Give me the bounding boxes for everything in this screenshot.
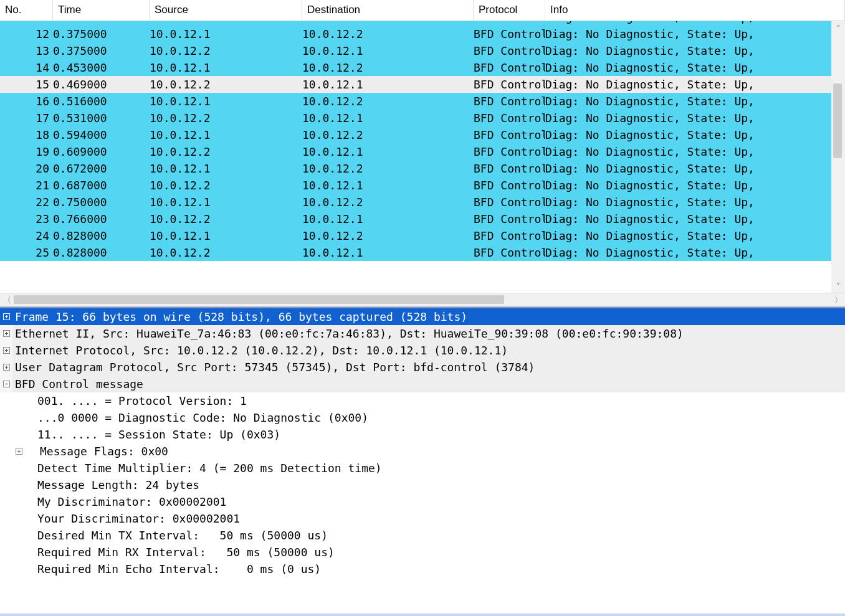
cell-source: 10.0.12.2 — [150, 76, 302, 93]
cell-no: 18 — [0, 126, 53, 143]
packet-row[interactable]: 160.51600010.0.12.110.0.12.2BFD Control … — [0, 93, 845, 110]
status-bar-edge — [0, 614, 845, 616]
cell-source: 10.0.12.2 — [150, 211, 302, 227]
cell-time: 0.516000 — [53, 93, 150, 110]
packet-row[interactable]: 240.82800010.0.12.110.0.12.2BFD Control … — [0, 227, 845, 244]
tree-udp[interactable]: User Datagram Protocol, Src Port: 57345 … — [0, 359, 845, 376]
col-header-time[interactable]: Time — [53, 0, 150, 21]
expand-icon[interactable] — [0, 359, 12, 376]
collapse-icon[interactable] — [0, 376, 12, 392]
packet-row[interactable]: 140.45300010.0.12.110.0.12.2BFD Control … — [0, 59, 845, 76]
tree-bfd-diagnostic[interactable]: ...0 0000 = Diagnostic Code: No Diagnost… — [0, 409, 845, 426]
tree-frame[interactable]: Frame 15: 66 bytes on wire (528 bits), 6… — [0, 308, 845, 325]
cell-no: 20 — [0, 160, 53, 177]
tree-bfd-version[interactable]: 001. .... = Protocol Version: 1 — [0, 392, 845, 409]
cell-protocol: BFD Control — [474, 227, 545, 244]
tree-bfd-length[interactable]: Message Length: 24 bytes — [0, 476, 845, 493]
tree-ethernet[interactable]: Ethernet II, Src: HuaweiTe_7a:46:83 (00:… — [0, 325, 845, 342]
col-header-protocol[interactable]: Protocol — [474, 0, 545, 21]
packet-row[interactable]: 230.76600010.0.12.210.0.12.1BFD Control … — [0, 211, 845, 227]
cell-source: 10.0.12.2 — [150, 244, 302, 261]
packet-row[interactable]: 150.46900010.0.12.210.0.12.1BFD Control … — [0, 76, 845, 93]
vscroll-thumb[interactable] — [833, 83, 842, 158]
cell-time: 0.375000 — [53, 42, 150, 59]
packet-row[interactable]: 120.37500010.0.12.110.0.12.2BFD Control … — [0, 26, 845, 42]
tree-bfd-diagnostic-label: ...0 0000 = Diagnostic Code: No Diagnost… — [12, 409, 368, 426]
cell-info: Diag: No Diagnostic, State: Up, — [545, 160, 845, 177]
packet-row[interactable]: 110.31200010.0.12.210.0.12.1BFD Control … — [0, 21, 845, 26]
packet-list-vscrollbar[interactable]: ˄ ˅ — [831, 21, 845, 293]
packet-row[interactable]: 190.60900010.0.12.210.0.12.1BFD Control … — [0, 143, 845, 160]
cell-protocol: BFD Control — [474, 244, 545, 261]
cell-no: 23 — [0, 211, 53, 227]
cell-no: 22 — [0, 194, 53, 211]
packet-row[interactable]: 180.59400010.0.12.110.0.12.2BFD Control … — [0, 126, 845, 143]
cell-source: 10.0.12.1 — [150, 126, 302, 143]
cell-destination: 10.0.12.2 — [302, 26, 474, 42]
col-header-info[interactable]: Info — [545, 0, 845, 21]
cell-info: Diag: No Diagnostic, State: Up, — [545, 211, 845, 227]
tree-bfd-state[interactable]: 11.. .... = Session State: Up (0x03) — [0, 426, 845, 443]
expand-icon[interactable] — [0, 308, 12, 325]
scroll-down-icon[interactable]: ˅ — [831, 279, 845, 293]
tree-bfd-your-disc[interactable]: Your Discriminator: 0x00002001 — [0, 510, 845, 527]
packet-row[interactable]: 220.75000010.0.12.110.0.12.2BFD Control … — [0, 194, 845, 211]
tree-bfd[interactable]: BFD Control message — [0, 376, 845, 392]
cell-destination: 10.0.12.2 — [302, 126, 474, 143]
cell-time: 0.672000 — [53, 160, 150, 177]
tree-ip[interactable]: Internet Protocol, Src: 10.0.12.2 (10.0.… — [0, 342, 845, 359]
cell-info: Diag: No Diagnostic, State: Up, — [545, 93, 845, 110]
packet-row[interactable]: 170.53100010.0.12.210.0.12.1BFD Control … — [0, 110, 845, 126]
tree-bfd-my-disc[interactable]: My Discriminator: 0x00002001 — [0, 493, 845, 510]
cell-source: 10.0.12.2 — [150, 110, 302, 126]
col-header-source[interactable]: Source — [150, 0, 302, 21]
cell-info: Diag: No Diagnostic, State: Up, — [545, 42, 845, 59]
packet-list-body[interactable]: 110.31200010.0.12.210.0.12.1BFD Control … — [0, 21, 845, 286]
cell-no: 15 — [0, 76, 53, 93]
packet-row[interactable]: 200.67200010.0.12.110.0.12.2BFD Control … — [0, 160, 845, 177]
hscroll-track[interactable] — [14, 293, 831, 307]
tree-bfd-tx-interval[interactable]: Desired Min TX Interval: 50 ms (50000 us… — [0, 527, 845, 544]
cell-protocol: BFD Control — [474, 126, 545, 143]
cell-source: 10.0.12.2 — [150, 177, 302, 194]
cell-time: 0.375000 — [53, 26, 150, 42]
cell-protocol: BFD Control — [474, 21, 545, 26]
cell-destination: 10.0.12.1 — [302, 76, 474, 93]
cell-time: 0.750000 — [53, 194, 150, 211]
cell-source: 10.0.12.1 — [150, 160, 302, 177]
packet-row[interactable]: 130.37500010.0.12.210.0.12.1BFD Control … — [0, 42, 845, 59]
cell-info: Diag: No Diagnostic, State: Up, — [545, 227, 845, 244]
packet-row[interactable]: 250.82800010.0.12.210.0.12.1BFD Control … — [0, 244, 845, 261]
col-header-no[interactable]: No. — [0, 0, 53, 21]
cell-no: 21 — [0, 177, 53, 194]
cell-destination: 10.0.12.1 — [302, 143, 474, 160]
expand-icon[interactable] — [12, 443, 25, 460]
cell-destination: 10.0.12.2 — [302, 227, 474, 244]
cell-protocol: BFD Control — [474, 211, 545, 227]
hscroll-thumb[interactable] — [14, 295, 504, 304]
col-header-destination[interactable]: Destination — [302, 0, 474, 21]
packet-detail-pane[interactable]: Frame 15: 66 bytes on wire (528 bits), 6… — [0, 307, 845, 612]
cell-source: 10.0.12.1 — [150, 227, 302, 244]
cell-protocol: BFD Control — [474, 143, 545, 160]
tree-bfd-detect-mult[interactable]: Detect Time Multiplier: 4 (= 200 ms Dete… — [0, 460, 845, 476]
cell-info: Diag: No Diagnostic, State: Up, — [545, 110, 845, 126]
scroll-left-icon[interactable]: 〈 — [0, 293, 14, 307]
packet-list-hscrollbar[interactable]: 〈 〉 — [0, 293, 845, 306]
tree-bfd-echo-interval[interactable]: Required Min Echo Interval: 0 ms (0 us) — [0, 561, 845, 577]
expand-icon[interactable] — [0, 342, 12, 359]
tree-bfd-length-label: Message Length: 24 bytes — [12, 476, 199, 493]
packet-row[interactable]: 210.68700010.0.12.210.0.12.1BFD Control … — [0, 177, 845, 194]
cell-no: 19 — [0, 143, 53, 160]
scroll-up-icon[interactable]: ˄ — [831, 21, 845, 35]
tree-bfd-rx-interval[interactable]: Required Min RX Interval: 50 ms (50000 u… — [0, 544, 845, 561]
scroll-right-icon[interactable]: 〉 — [831, 293, 845, 307]
cell-destination: 10.0.12.1 — [302, 110, 474, 126]
cell-protocol: BFD Control — [474, 76, 545, 93]
cell-time: 0.594000 — [53, 126, 150, 143]
cell-protocol: BFD Control — [474, 26, 545, 42]
tree-bfd-flags[interactable]: Message Flags: 0x00 — [0, 443, 845, 460]
cell-info: Diag: No Diagnostic, State: Up, — [545, 244, 845, 261]
tree-frame-label: Frame 15: 66 bytes on wire (528 bits), 6… — [12, 308, 467, 325]
expand-icon[interactable] — [0, 325, 12, 342]
